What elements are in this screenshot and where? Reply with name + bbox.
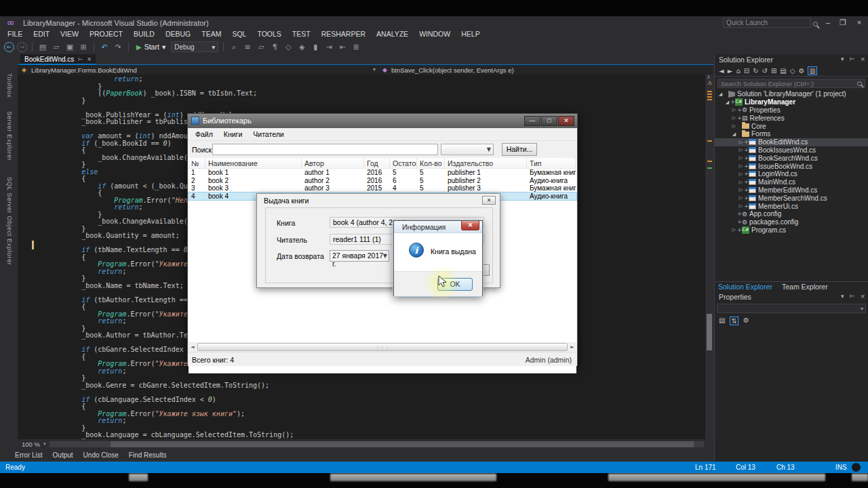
tree-item-booksearchwnd-cs[interactable]: ▷+BookSearchWnd.cs [715,154,868,162]
panel-tab-undo-close[interactable]: Undo Close [83,451,119,459]
indent-b-icon[interactable]: ⇤ [337,43,348,52]
column-header-6[interactable]: Кол-во [417,158,445,168]
scrollbar-thumb[interactable] [707,314,712,350]
app-maximize-button[interactable]: □ [541,116,557,126]
scroll-right-arrow[interactable]: ► [568,343,576,351]
properties-object-combo[interactable]: ▾ [717,304,866,313]
menu-resharper[interactable]: RESHARPER [317,30,370,39]
breadcrumb-method[interactable]: btnSave_Click(object sender, EventArgs e… [391,66,514,74]
sidebar-tab-sql-server-object-explorer[interactable]: SQL Server Object Explorer [6,177,14,265]
expander-icon[interactable]: ▷ [738,203,744,209]
tree-item-mainwnd-cs[interactable]: ▷+MainWnd.cs [715,178,868,186]
return-date-picker[interactable]: 27 января 2017 г. ▼ [330,250,389,262]
new-file-icon[interactable]: ▤ [37,43,48,52]
tree-item-bookeditwnd-cs[interactable]: ▷+BookEditWnd.cs [715,138,868,146]
alphabetical-icon[interactable]: ⇅ [730,317,738,325]
expander-icon[interactable]: ▷ [738,155,744,161]
pin-icon[interactable]: ⊢ [850,56,855,62]
splitter-icon[interactable]: ⇕ [707,75,711,80]
menu-window[interactable]: WINDOW [414,30,455,39]
solution-scope-icon[interactable]: ≡ [242,43,253,52]
menu-file[interactable]: FILE [3,30,27,39]
tree-item-loginwnd-cs[interactable]: ▷+LoginWnd.cs [715,170,868,178]
menu-view[interactable]: VIEW [56,30,83,39]
dialog-close-icon[interactable]: ✕ [482,196,496,205]
expander-icon[interactable]: ▷ [738,187,744,192]
menu-test[interactable]: TEST [288,30,315,39]
app-menu-читатели[interactable]: Читатели [248,129,288,139]
app-menu-книги[interactable]: Книги [219,129,247,139]
expander-icon[interactable]: ▷ [731,123,737,129]
vs-close-button[interactable]: × [853,18,865,28]
tree-item-membersearchwnd-cs[interactable]: ▷+MemberSearchWnd.cs [715,194,868,202]
column-header-8[interactable]: Тип [527,158,576,168]
scroll-left-arrow[interactable]: ◄ [189,343,197,351]
menu-team[interactable]: TEAM [197,30,226,39]
search-input[interactable] [212,144,438,155]
table-row[interactable]: 3book 3author 3201545publisher 3Бумажная… [189,184,576,192]
nav-forward-icon[interactable]: → [17,42,27,52]
show-all-files-icon[interactable]: ▤ [780,67,786,75]
tree-item-memberui-cs[interactable]: ▷+MemberUi.cs [715,202,868,210]
home-icon[interactable]: ⌂ [736,67,740,75]
expander-icon[interactable]: ▷ [731,227,737,232]
tree-item-references[interactable]: ▷+▤References [715,114,868,122]
table-row[interactable]: 1book 1author 1201655publisher 1Бумажная… [189,169,576,177]
expander-icon[interactable]: ▷ [738,180,744,185]
properties-icon[interactable]: ⚙ [798,67,804,75]
menu-build[interactable]: BUILD [129,30,159,39]
bookmark-icon[interactable]: ▮ [310,43,321,52]
expander-icon[interactable]: ◢ [724,100,730,105]
expander-icon[interactable]: ▷ [738,147,744,152]
menu-help[interactable]: HELP [456,30,484,39]
panel-tab-error-list[interactable]: Error List [15,451,43,459]
chevron-down-icon[interactable]: ▾ [841,293,844,300]
tree-item-properties[interactable]: ▷+⚙Properties [715,106,868,115]
expander-icon[interactable]: ▷ [731,115,737,121]
tree-item-membereditwnd-cs[interactable]: ▷+MemberEditWnd.cs [715,186,868,195]
pin-icon[interactable]: ⊢ [78,56,83,62]
collapse-all-icon[interactable]: ⊟ [744,67,749,75]
tree-item-program-cs[interactable]: ▷+C#Program.cs [715,226,868,235]
property-pages-icon[interactable]: ⚙ [743,317,749,325]
table-horizontal-scrollbar[interactable]: ◄ ► ⋮⋮⋮ [189,342,576,352]
preview-selected-icon[interactable]: ▥ [808,66,816,75]
solution-explorer-search[interactable]: Search Solution Explorer (Ctrl+;) [717,79,865,88]
app-minimize-button[interactable]: — [524,116,540,126]
menu-tools[interactable]: TOOLS [252,30,285,39]
column-header-7[interactable]: Издательство [445,158,527,168]
expander-icon[interactable]: ▷ [738,195,744,201]
tree-item-issuebookwnd-cs[interactable]: ▷+IssueBookWnd.cs [715,162,868,170]
vs-restore-button[interactable]: ❐ [837,18,849,28]
close-icon[interactable]: × [860,56,865,62]
column-header-5[interactable]: Остаток [390,158,417,168]
categorized-icon[interactable]: ▤ [719,317,725,325]
column-header-3[interactable]: Автор [302,158,364,168]
menu-debug[interactable]: DEBUG [161,30,195,39]
dropdown-icon[interactable]: ▾ [373,66,376,73]
nest-icon[interactable]: ⊞ [771,67,776,75]
search-category-combobox[interactable]: ▼ [441,144,494,155]
sidebar-tab-toolbox[interactable]: Toolbox [6,73,14,98]
save-icon[interactable]: ▣ [64,43,75,52]
indent-a-icon[interactable]: ⇥ [323,43,334,52]
resharper-a-icon[interactable]: ◇ [283,43,294,52]
save-all-icon[interactable]: ⊞ [78,43,89,52]
messagebox-title-bar[interactable]: Информация ✕ [394,221,482,233]
expander-icon[interactable]: ▷ [738,163,744,169]
expander-icon[interactable]: ▷ [738,171,744,177]
tab-bookeditwnd[interactable]: BookEditWnd.cs ⊢ × [20,54,96,65]
find-button[interactable]: Найти... [502,143,537,156]
chevron-down-icon[interactable]: ▾ [841,56,844,62]
search-icon[interactable] [857,81,862,86]
tab-team-explorer[interactable]: Team Explorer [782,283,828,291]
sidebar-tab-server-explorer[interactable]: Server Explorer [6,111,14,161]
editor-horizontal-scrollbar[interactable] [50,441,704,447]
open-file-icon[interactable]: ▱ [51,43,62,52]
feedback-icon[interactable] [852,463,861,472]
panel-tab-output[interactable]: Output [53,451,73,459]
structure-icon[interactable]: ¶ [269,43,280,52]
app-menu-файл[interactable]: Файл [191,129,218,139]
back-icon[interactable]: ◄ [719,67,724,75]
app-title-bar[interactable]: Библиотекарь — □ ✕ [188,114,577,128]
